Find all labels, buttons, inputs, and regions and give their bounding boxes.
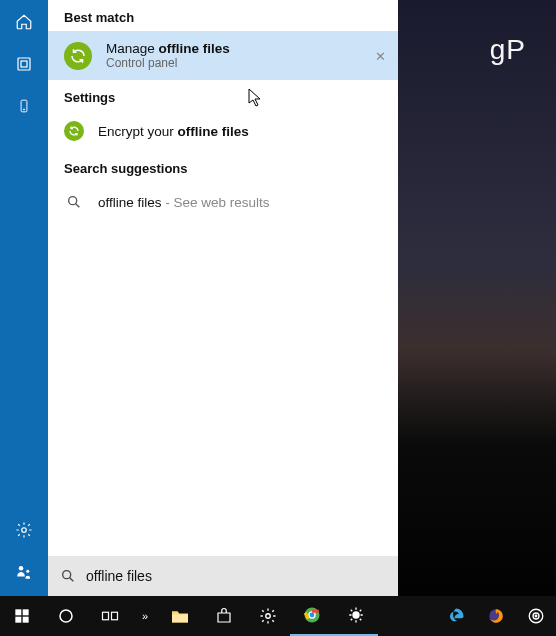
svg-rect-9 <box>15 609 21 615</box>
svg-point-21 <box>353 612 359 618</box>
result-title: Manage offline files <box>106 41 230 56</box>
svg-rect-16 <box>172 614 188 622</box>
svg-point-6 <box>26 570 29 573</box>
settings-button[interactable] <box>246 596 290 636</box>
svg-point-20 <box>310 613 315 618</box>
store-button[interactable] <box>202 596 246 636</box>
svg-point-7 <box>69 197 77 205</box>
start-button[interactable] <box>0 596 44 636</box>
result-best-match[interactable]: Manage offline files Control panel ✕ <box>48 31 398 80</box>
svg-rect-12 <box>23 617 29 623</box>
close-icon[interactable]: ✕ <box>375 48 386 63</box>
svg-point-3 <box>23 109 24 110</box>
apps-icon[interactable] <box>14 54 34 74</box>
svg-rect-11 <box>15 617 21 623</box>
section-header-best-match: Best match <box>48 0 398 31</box>
feedback-icon[interactable] <box>14 562 34 582</box>
overflow-chevrons-icon[interactable]: » <box>132 596 158 636</box>
search-input[interactable] <box>86 568 386 584</box>
svg-rect-10 <box>23 609 29 615</box>
sync-icon <box>64 42 92 70</box>
result-text: Encrypt your offline files <box>98 124 249 139</box>
taskview-button[interactable] <box>88 596 132 636</box>
documents-icon[interactable] <box>14 96 34 116</box>
result-settings-item[interactable]: Encrypt your offline files <box>48 111 398 151</box>
search-icon <box>60 568 76 584</box>
svg-point-13 <box>60 610 72 622</box>
edge-button[interactable] <box>436 596 476 636</box>
svg-rect-14 <box>103 612 109 620</box>
suggestion-text: offline files - See web results <box>98 195 270 210</box>
section-header-settings: Settings <box>48 80 398 111</box>
taskbar[interactable]: » <box>0 596 556 636</box>
watermark: gP <box>490 34 526 66</box>
search-results-pane: Best match Manage offline files Control … <box>48 0 398 596</box>
svg-point-17 <box>266 614 271 619</box>
svg-point-4 <box>22 528 27 533</box>
search-input-row[interactable] <box>48 556 398 596</box>
result-subtitle: Control panel <box>106 56 230 70</box>
target-app-button[interactable] <box>516 596 556 636</box>
svg-rect-1 <box>21 61 27 67</box>
cortana-button[interactable] <box>44 596 88 636</box>
svg-point-25 <box>535 615 537 617</box>
result-text: Manage offline files Control panel <box>106 41 230 70</box>
start-search-panel: Best match Manage offline files Control … <box>0 0 398 596</box>
result-title: Encrypt your offline files <box>98 124 249 139</box>
settings-gear-icon[interactable] <box>14 520 34 540</box>
brightness-button[interactable] <box>334 596 378 636</box>
file-explorer-button[interactable] <box>158 596 202 636</box>
svg-point-8 <box>63 571 71 579</box>
svg-point-5 <box>19 566 24 571</box>
firefox-button[interactable] <box>476 596 516 636</box>
section-header-suggestions: Search suggestions <box>48 151 398 182</box>
result-web-suggestion[interactable]: offline files - See web results <box>48 182 398 222</box>
svg-rect-0 <box>18 58 30 70</box>
search-icon <box>64 192 84 212</box>
home-icon[interactable] <box>14 12 34 32</box>
svg-rect-15 <box>112 612 118 620</box>
sync-icon <box>64 121 84 141</box>
search-category-rail <box>0 0 48 596</box>
chrome-button[interactable] <box>290 596 334 636</box>
result-text: offline files - See web results <box>98 195 270 210</box>
